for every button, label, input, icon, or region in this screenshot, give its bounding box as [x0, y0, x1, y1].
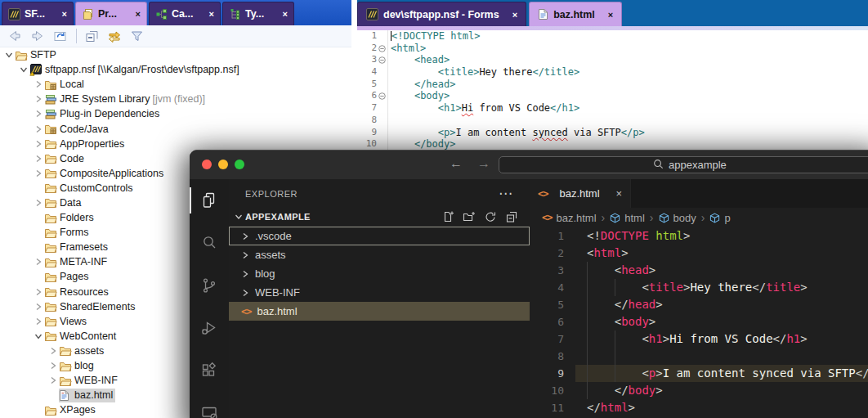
fold-marker-icon[interactable]	[377, 43, 387, 55]
breadcrumb: <>baz.html›html›body›p	[530, 208, 868, 227]
refresh-icon[interactable]	[53, 29, 68, 43]
chevron-collapsed-icon[interactable]	[33, 140, 44, 148]
new-file-icon[interactable]	[441, 210, 454, 223]
indent-guide	[615, 348, 642, 365]
tab-label: baz.html	[559, 187, 599, 200]
file-tree-item[interactable]: <>baz.html	[229, 302, 530, 321]
close-tab-icon[interactable]: ×	[512, 10, 517, 20]
collapse-all-icon[interactable]	[505, 210, 518, 223]
tree-item-label: SFTP	[29, 49, 56, 61]
breadcrumb-item[interactable]: html	[610, 212, 645, 224]
tree-item-inner: SharedElements	[44, 299, 137, 313]
forward-icon[interactable]: →	[477, 156, 490, 171]
file-tree-item[interactable]: assets	[229, 245, 530, 264]
chevron-collapsed-icon[interactable]	[33, 169, 44, 178]
close-tab-icon[interactable]: ×	[283, 9, 288, 19]
breadcrumb-label: html	[624, 212, 645, 224]
controls-icon	[155, 8, 168, 20]
file-tree-label: baz.html	[257, 305, 297, 317]
chevron-collapsed-icon[interactable]	[33, 303, 44, 311]
file-tree-label: assets	[255, 249, 286, 261]
back-icon[interactable]	[7, 29, 22, 43]
file-tree-item[interactable]: blog	[229, 264, 530, 283]
eclipse-code-editor[interactable]: 1<!DOCTYPE html>2<html>3 <head>4 <title>…	[357, 30, 868, 151]
new-folder-icon[interactable]	[463, 210, 476, 223]
indent-guide	[615, 279, 642, 296]
close-tab-icon[interactable]: ×	[608, 10, 613, 20]
chevron-collapsed-icon[interactable]	[33, 95, 44, 103]
eclipse-view-tab-4[interactable]: Ty...×	[222, 2, 294, 25]
fold-marker-icon[interactable]	[377, 90, 387, 102]
chevron-collapsed-icon[interactable]	[33, 199, 44, 207]
code-text: <p>I am content synced via SFTP</p>	[575, 365, 868, 382]
chevron-collapsed-icon[interactable]	[33, 288, 44, 296]
breadcrumb-item[interactable]: p	[709, 212, 730, 224]
chevron-expanded-icon[interactable]	[18, 65, 29, 74]
tab-baz-html[interactable]: <> baz.html ×	[530, 179, 631, 208]
file-tree-item[interactable]: WEB-INF	[229, 283, 530, 302]
search-icon[interactable]	[190, 222, 229, 264]
chevron-collapsed-icon[interactable]	[47, 362, 59, 370]
chevron-collapsed-icon[interactable]	[33, 80, 44, 88]
vscode-code-editor[interactable]: 1<!DOCTYPE html>2<html>3<head>4<title>He…	[530, 227, 868, 418]
eclipse-view-tab-3[interactable]: Ca...×	[149, 2, 221, 25]
folder-icon	[59, 375, 73, 387]
close-window-button[interactable]	[202, 160, 212, 169]
tree-item[interactable]: SFTP	[0, 47, 351, 62]
link-editor-icon[interactable]	[107, 29, 122, 43]
eclipse-editor-tab-1[interactable]: dev\sftpapp.nsf - Forms×	[357, 2, 526, 26]
code-text: </html>	[575, 399, 868, 416]
chevron-collapsed-icon[interactable]	[33, 258, 44, 266]
collapse-all-icon[interactable]	[85, 29, 99, 43]
refresh-icon[interactable]	[484, 210, 497, 223]
filter-icon[interactable]	[130, 29, 144, 43]
extensions-icon[interactable]	[190, 349, 229, 392]
domino-app-icon	[366, 8, 378, 20]
indent-guide	[587, 365, 615, 382]
tree-item-label: CustomControls	[58, 182, 133, 194]
chevron-collapsed-icon[interactable]	[33, 155, 44, 163]
breadcrumb-item[interactable]: body	[659, 212, 696, 224]
fold-marker-icon[interactable]	[377, 54, 387, 66]
close-tab-icon[interactable]: ×	[615, 187, 622, 200]
file-tree-item[interactable]: .vscode	[229, 227, 530, 245]
close-tab-icon[interactable]: ×	[62, 9, 67, 19]
tree-item[interactable]: sftpapp.nsf [\\Kalgan/Frost\dev\sftpapp.…	[0, 62, 351, 77]
tree-item[interactable]: JRE System Library[jvm (fixed)]	[0, 92, 351, 106]
code-text: <!DOCTYPE html>	[387, 30, 480, 43]
tree-item[interactable]: Local	[0, 77, 351, 92]
zoom-window-button[interactable]	[235, 160, 244, 169]
run-and-debug-icon[interactable]	[190, 307, 229, 349]
eclipse-view-tab-2[interactable]: Pr...×	[75, 2, 147, 25]
chevron-collapsed-icon[interactable]	[33, 125, 44, 133]
code-line: 10</body>	[530, 382, 868, 399]
forward-icon[interactable]	[30, 29, 45, 43]
remote-explorer-icon[interactable]	[190, 392, 229, 418]
close-tab-icon[interactable]: ×	[136, 9, 141, 19]
minimize-window-button[interactable]	[218, 160, 228, 169]
tree-item[interactable]: Plug-in Dependencies	[0, 106, 351, 121]
chevron-collapsed-icon[interactable]	[33, 317, 44, 326]
eclipse-view-tab-1[interactable]: SF...×	[2, 2, 74, 25]
eclipse-editor-tab-2[interactable]: baz.html×	[529, 2, 622, 26]
line-number: 7	[530, 330, 564, 348]
tree-item[interactable]: Code/Java	[0, 121, 351, 136]
chevron-expanded-icon[interactable]	[33, 332, 44, 340]
chevron-collapsed-icon[interactable]	[47, 376, 59, 384]
chevron-collapsed-icon[interactable]	[33, 110, 44, 118]
close-tab-icon[interactable]: ×	[209, 9, 214, 19]
file-tree-label: WEB-INF	[255, 286, 300, 299]
explorer-icon[interactable]	[190, 179, 229, 222]
tree-item[interactable]: AppProperties	[0, 137, 351, 151]
source-control-icon[interactable]	[190, 264, 229, 307]
more-actions-icon[interactable]: ⋯	[499, 185, 513, 202]
breadcrumb-item[interactable]: <>baz.html	[542, 212, 597, 224]
back-icon[interactable]: ←	[450, 156, 463, 171]
chevron-collapsed-icon[interactable]	[47, 347, 59, 355]
explorer-section-header[interactable]: APPEXAMPLE	[229, 207, 530, 227]
tree-item-inner: WEB-INF	[59, 374, 120, 388]
tree-item-label: baz.html	[73, 389, 113, 401]
chevron-expanded-icon[interactable]	[3, 51, 15, 59]
command-center-search[interactable]: appexample	[499, 156, 868, 173]
fold-spacer	[377, 66, 387, 79]
